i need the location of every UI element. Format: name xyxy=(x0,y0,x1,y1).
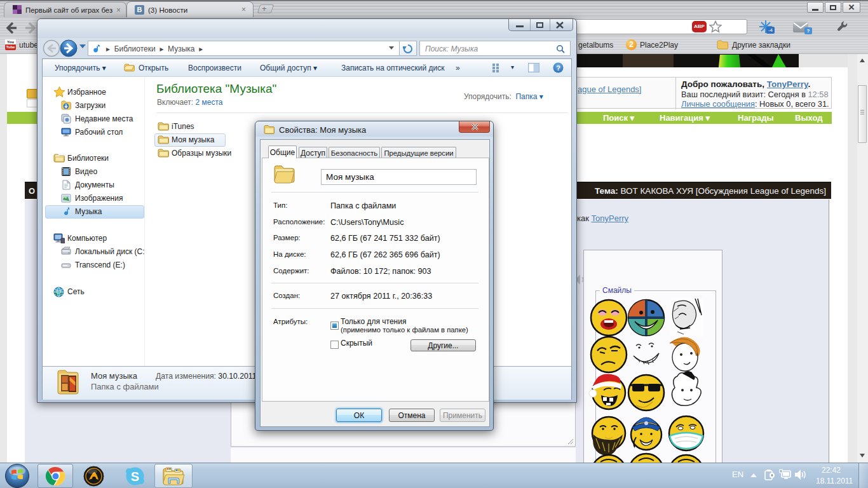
svg-text:?: ? xyxy=(556,64,560,72)
svg-text:S: S xyxy=(131,470,139,484)
